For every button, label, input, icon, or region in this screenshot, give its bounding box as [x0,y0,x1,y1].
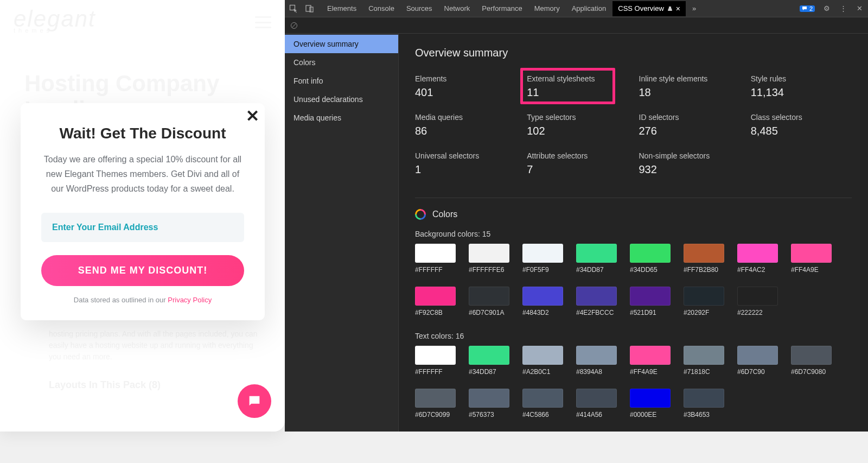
color-swatch[interactable] [415,346,456,365]
stat-class-selectors: Class selectors8,485 [751,113,852,137]
color-swatch[interactable] [576,287,617,306]
swatch-item: #6D7C901A [469,287,509,316]
tab-elements[interactable]: Elements [327,4,356,13]
tab-memory[interactable]: Memory [534,4,560,13]
stat-label: Attribute selectors [527,151,628,160]
stat-attribute-selectors: Attribute selectors7 [527,151,628,176]
swatch-hex: #6D7C9099 [415,411,456,418]
color-swatch[interactable] [737,287,778,306]
swatch-item: #F0F5F9 [522,244,563,274]
color-swatch[interactable] [684,244,724,263]
color-swatch[interactable] [469,244,509,263]
swatch-item: #521D91 [630,287,671,316]
devtools-pane: Elements Console Sources Network Perform… [285,0,868,432]
swatch-hex: #34DD87 [576,266,617,274]
email-field[interactable] [41,213,244,242]
color-swatch[interactable] [630,346,671,365]
swatch-hex: #FF7B2B80 [684,266,724,274]
chat-fab[interactable] [238,384,271,418]
color-swatch[interactable] [469,389,509,408]
color-swatch[interactable] [415,389,456,408]
color-swatch[interactable] [576,244,617,263]
color-swatch[interactable] [522,389,563,408]
tab-network[interactable]: Network [444,4,470,13]
swatch-item: #F92C8B [415,287,456,316]
tab-css-overview[interactable]: CSS Overview × [612,1,686,16]
color-swatch[interactable] [415,244,456,263]
tab-console[interactable]: Console [368,4,394,13]
tabs-overflow[interactable]: » [692,4,696,13]
flask-icon [667,6,673,11]
gear-icon[interactable]: ⚙ [822,4,831,13]
devtools-close-icon[interactable]: ✕ [855,4,864,13]
sidebar-item-unused[interactable]: Unused declarations [285,90,398,109]
color-swatch[interactable] [630,244,671,263]
issues-badge[interactable]: 2 [800,5,815,12]
color-swatch[interactable] [630,287,671,306]
tab-sources[interactable]: Sources [406,4,432,13]
swatch-hex: #71818C [684,368,724,376]
sidebar-item-colors[interactable]: Colors [285,53,398,72]
stat-value: 18 [639,86,740,99]
swatch-item: #71818C [684,346,724,376]
sidebar-item-media[interactable]: Media queries [285,109,398,127]
swatch-item: #FF4A9E [791,244,832,274]
color-swatch[interactable] [522,244,563,263]
stat-style-rules: Style rules11,134 [751,74,852,99]
sidebar-item-fontinfo[interactable]: Font info [285,72,398,90]
close-tab-icon[interactable]: × [676,4,680,13]
color-swatch[interactable] [576,346,617,365]
stat-value: 1 [415,163,516,176]
clear-icon[interactable] [290,22,298,29]
swatch-item: #4843D2 [522,287,563,316]
color-swatch[interactable] [684,389,724,408]
color-ring-icon [415,209,426,220]
tab-performance[interactable]: Performance [482,4,522,13]
color-swatch[interactable] [415,287,456,306]
swatch-item: #0000EE [630,389,671,418]
stat-value: 11,134 [751,86,852,99]
colors-section-title: Colors [415,209,852,220]
devtools-toolbar: Elements Console Sources Network Perform… [285,0,868,17]
send-discount-button[interactable]: SEND ME MY DISCOUNT! [41,255,244,286]
swatch-hex: #576373 [469,411,509,418]
color-swatch[interactable] [684,346,724,365]
color-swatch[interactable] [791,244,832,263]
summary-title: Overview summary [415,47,852,59]
swatch-item: #34DD87 [469,346,509,376]
device-icon[interactable] [305,4,314,13]
swatch-hex: #FF4A9E [630,368,671,376]
color-swatch[interactable] [469,287,509,306]
color-swatch[interactable] [737,244,778,263]
stat-value: 86 [415,125,516,137]
color-swatch[interactable] [791,346,832,365]
color-swatch[interactable] [630,389,671,408]
css-overview-main: Overview summary Elements401External sty… [399,34,868,432]
swatch-hex: #4C5866 [522,411,563,418]
sidebar-item-overview[interactable]: Overview summary [285,35,398,53]
privacy-link[interactable]: Privacy Policy [168,296,212,304]
kebab-icon[interactable]: ⋮ [839,4,847,13]
inspect-icon[interactable] [289,4,298,13]
swatch-hex: #4E2FBCCC [576,309,617,316]
stat-id-selectors: ID selectors276 [639,113,740,137]
color-swatch[interactable] [522,346,563,365]
stat-label: Elements [415,74,516,83]
swatch-item: #6D7C90 [737,346,778,376]
swatch-hex: #34DD87 [469,368,509,376]
color-swatch[interactable] [737,346,778,365]
stat-value: 7 [527,163,628,176]
color-swatch[interactable] [684,287,724,306]
color-swatch[interactable] [469,346,509,365]
swatch-item: #4E2FBCCC [576,287,617,316]
tab-application[interactable]: Application [572,4,607,13]
privacy-prefix: Data stored as outlined in our [74,296,168,304]
color-swatch[interactable] [576,389,617,408]
close-icon[interactable]: ✕ [246,106,259,125]
stat-value: 276 [639,125,740,137]
swatch-item: #FF4AC2 [737,244,778,274]
issues-count: 2 [809,5,813,12]
color-swatch[interactable] [522,287,563,306]
swatch-item: #34DD87 [576,244,617,274]
stat-value: 932 [639,163,740,176]
